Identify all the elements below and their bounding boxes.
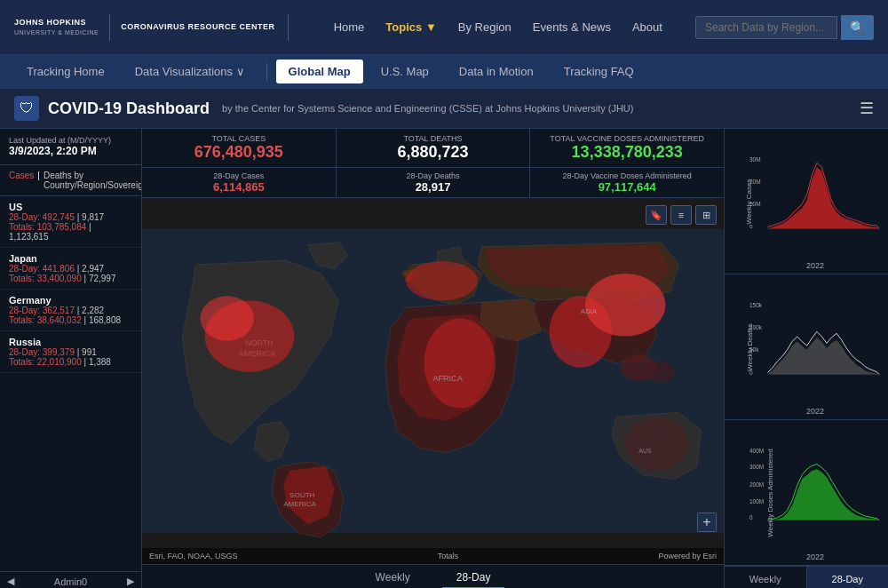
svg-point-16 (201, 296, 254, 340)
world-map-svg: NORTH AMERICA SOUTH AMERICA AFRICA ASIA … (142, 198, 724, 564)
stat-28day-cases: 28-Day Cases 6,114,865 (142, 168, 337, 197)
weekly-deaths-x-label: 2022 (749, 407, 881, 416)
cases-filter-link[interactable]: Cases (9, 171, 34, 190)
sidebar-prev-arrow[interactable]: ◀ (7, 576, 14, 587)
left-sidebar: Last Updated at (M/D/YYYY) 3/9/2023, 2:2… (0, 129, 142, 588)
bottom-bar-28day[interactable]: 28-Day (442, 568, 505, 589)
total-deaths-value: 6,880,723 (347, 143, 519, 162)
hamburger-menu-icon[interactable]: ☰ (860, 99, 874, 118)
subnav-us-map[interactable]: U.S. Map (369, 60, 441, 83)
jhu-logo-line1: JOHNS HOPKINS (14, 18, 99, 28)
subnav-data-motion[interactable]: Data in Motion (447, 60, 546, 83)
svg-point-3 (585, 274, 666, 337)
map-toolbar: 🔖 ≡ ⊞ (646, 205, 717, 225)
chart-tab-weekly[interactable]: Weekly (725, 567, 807, 588)
country-totals-russia: Totals: 22,010,900 | 1,388 (9, 357, 132, 367)
weekly-vaccines-x-label: 2022 (749, 552, 881, 561)
crc-logo-line2: RESOURCE CENTER (188, 22, 275, 31)
dashboard-header: 🛡 COVID-19 Dashboard by the Center for S… (0, 89, 888, 129)
table-tool-button[interactable]: ⊞ (695, 205, 717, 225)
svg-text:300M: 300M (749, 464, 764, 470)
map-footer-left: Esri, FAO, NOAA, USGS (149, 552, 238, 560)
country-28day-us: 28-Day: 492,745 | 9,817 (9, 212, 132, 222)
weekly-cases-y-label: Weekly Cases (745, 179, 753, 224)
country-item-japan[interactable]: Japan 28-Day: 441,806 | 2,947 Totals: 33… (0, 248, 141, 290)
svg-text:0: 0 (749, 224, 753, 230)
nav-search: 🔍 (695, 15, 874, 40)
country-28day-russia: 28-Day: 399,379 | 991 (9, 347, 132, 357)
svg-text:AUS: AUS (638, 448, 652, 454)
jhu-logo: JOHNS HOPKINS UNIVERSITY & MEDICINE (14, 18, 99, 36)
28day-deaths-value: 28,917 (347, 180, 519, 194)
nav-about[interactable]: About (632, 20, 662, 34)
total-cases-value: 676,480,935 (153, 143, 325, 162)
sidebar-bottom: ◀ Admin0 ▶ (0, 571, 141, 588)
country-28day-japan: 28-Day: 441,806 | 2,947 (9, 264, 132, 274)
jhu-logo-line2: UNIVERSITY & MEDICINE (14, 28, 99, 36)
sidebar-next-arrow[interactable]: ▶ (127, 576, 134, 587)
svg-text:ASIA: ASIA (581, 307, 598, 315)
last-updated: Last Updated at (M/D/YYYY) 3/9/2023, 2:2… (0, 129, 141, 165)
country-name-germany: Germany (9, 295, 132, 306)
weekly-cases-chart: Weekly Cases 30M 20M 10M 0 2022 (725, 129, 888, 274)
svg-marker-29 (767, 338, 879, 375)
stat-28day-deaths: 28-Day Deaths 28,917 (337, 168, 531, 197)
last-updated-date: 3/9/2023, 2:20 PM (9, 145, 132, 157)
chart-tab-28day[interactable]: 28-Day (807, 567, 889, 588)
28day-cases-label: 28-Day Cases (153, 171, 325, 180)
stats-row-2: 28-Day Cases 6,114,865 28-Day Deaths 28,… (142, 168, 724, 198)
dashboard-title: COVID-19 Dashboard (48, 99, 210, 118)
right-charts: Weekly Cases 30M 20M 10M 0 2022 (724, 129, 888, 588)
list-tool-button[interactable]: ≡ (670, 205, 692, 225)
weekly-deaths-chart: Weekly Deaths 150k 100k 50k 0 2022 (725, 274, 888, 420)
last-updated-label: Last Updated at (M/D/YYYY) (9, 136, 132, 145)
map-footer-right: Powered by Esri (658, 552, 717, 560)
sidebar-admin-label: Admin0 (54, 576, 87, 587)
country-totals-us: Totals: 103,785,084 | 1,123,615 (9, 222, 132, 242)
search-input[interactable] (695, 16, 837, 39)
country-item-russia[interactable]: Russia 28-Day: 399,379 | 991 Totals: 22,… (0, 331, 141, 373)
country-totals-germany: Totals: 38,640,032 | 168,808 (9, 315, 132, 325)
subnav-tracking-home[interactable]: Tracking Home (14, 60, 117, 83)
nav-home[interactable]: Home (334, 20, 365, 34)
map-container[interactable]: NORTH AMERICA SOUTH AMERICA AFRICA ASIA … (142, 198, 724, 564)
subnav-tracking-faq[interactable]: Tracking FAQ (551, 60, 646, 83)
bookmark-tool-button[interactable]: 🔖 (646, 205, 667, 225)
subnav-data-viz[interactable]: Data Visualizations ∨ (123, 60, 258, 83)
country-item-us[interactable]: US 28-Day: 492,745 | 9,817 Totals: 103,7… (0, 196, 141, 248)
weekly-vaccines-y-label: Weekly Doses Administered (766, 449, 774, 536)
deaths-filter-link[interactable]: Deaths by Country/Region/Sovereignty (44, 171, 142, 190)
search-button[interactable]: 🔍 (841, 15, 874, 40)
country-name-japan: Japan (9, 253, 132, 264)
svg-text:0: 0 (749, 515, 753, 521)
country-totals-japan: Totals: 33,400,090 | 72,997 (9, 274, 132, 283)
svg-text:100M: 100M (749, 498, 764, 505)
nav-by-region[interactable]: By Region (458, 20, 511, 34)
stat-total-cases: Total Cases 676,480,935 (142, 129, 337, 167)
top-navigation: JOHNS HOPKINS UNIVERSITY & MEDICINE CORO… (0, 0, 888, 55)
nav-topics[interactable]: Topics ▼ (385, 20, 436, 34)
stat-28day-vaccines: 28-Day Vaccine Doses Administered 97,117… (530, 168, 724, 197)
svg-text:200M: 200M (749, 482, 764, 489)
map-zoom-in-button[interactable]: + (697, 513, 717, 532)
subnav-global-map[interactable]: Global Map (276, 60, 363, 83)
country-item-germany[interactable]: Germany 28-Day: 362,517 | 2,282 Totals: … (0, 290, 141, 331)
stat-total-deaths: Total Deaths 6,880,723 (337, 129, 531, 167)
svg-text:SOUTH: SOUTH (289, 491, 314, 499)
total-vaccines-value: 13,338,780,233 (541, 143, 713, 162)
svg-text:30M: 30M (749, 156, 761, 163)
main-content: Last Updated at (M/D/YYYY) 3/9/2023, 2:2… (0, 129, 888, 588)
nav-events[interactable]: Events & News (533, 20, 611, 34)
weekly-cases-svg: 30M 20M 10M 0 (749, 132, 881, 259)
map-footer: Esri, FAO, NOAA, USGS Totals Powered by … (142, 548, 724, 564)
total-vaccines-label: Total Vaccine Doses Administered (541, 134, 713, 143)
stats-row-1: Total Cases 676,480,935 Total Deaths 6,8… (142, 129, 724, 168)
country-28day-germany: 28-Day: 362,517 | 2,282 (9, 306, 132, 315)
country-name-us: US (9, 202, 132, 212)
bottom-bar-weekly[interactable]: Weekly (361, 568, 424, 589)
28day-cases-value: 6,114,865 (153, 180, 325, 194)
shield-icon: 🛡 (14, 96, 39, 121)
weekly-cases-x-label: 2022 (749, 261, 881, 270)
header-sep: | (37, 171, 40, 190)
svg-text:AMERICA: AMERICA (283, 500, 316, 508)
